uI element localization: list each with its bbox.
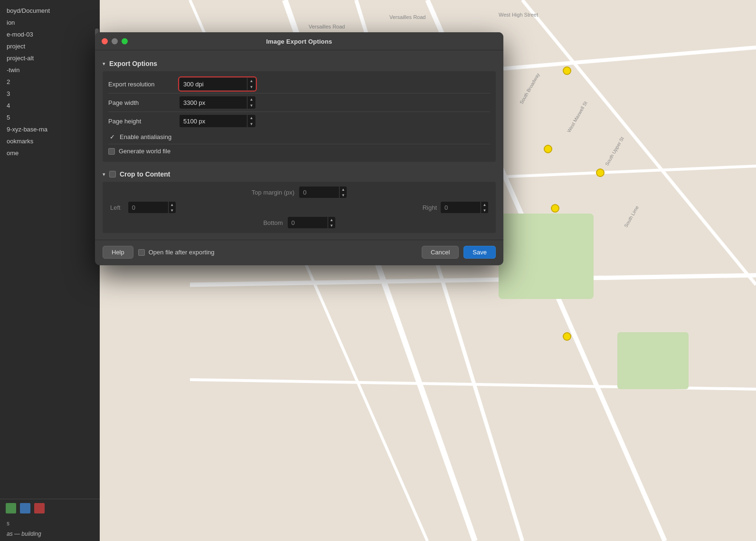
top-margin-spinbox[interactable]: 0 ▲ ▼ xyxy=(299,187,347,198)
svg-rect-10 xyxy=(499,214,594,299)
resolution-down-arrow[interactable]: ▼ xyxy=(247,84,255,90)
world-file-row: Generate world file xyxy=(108,144,490,158)
page-width-spinbox[interactable]: 3300 px ▲ ▼ xyxy=(180,96,255,109)
page-width-up-arrow[interactable]: ▲ xyxy=(247,96,255,103)
map-dot-4 xyxy=(551,204,559,213)
sidebar-item-0[interactable]: boyd/Document xyxy=(0,5,100,17)
sidebar-item-4[interactable]: project-alt xyxy=(0,52,100,64)
crop-section-header: ▾ Crop to Content xyxy=(103,168,496,182)
page-width-down-arrow[interactable]: ▼ xyxy=(247,103,255,109)
top-margin-down-arrow[interactable]: ▼ xyxy=(340,192,347,198)
page-height-label: Page height xyxy=(108,118,180,125)
dialog-body: ▾ Export Options Export resolution 300 d… xyxy=(95,50,503,233)
sidebar-item-12[interactable]: ome xyxy=(0,147,100,159)
map-dot-5 xyxy=(563,332,571,341)
page-width-arrows[interactable]: ▲ ▼ xyxy=(247,96,255,109)
map-dot-2 xyxy=(544,145,552,153)
resolution-arrows[interactable]: ▲ ▼ xyxy=(247,78,255,90)
page-height-spinbox[interactable]: 5100 px ▲ ▼ xyxy=(180,115,255,127)
taskbar-icon-1[interactable] xyxy=(6,503,16,513)
right-margin-down-arrow[interactable]: ▼ xyxy=(481,207,488,213)
antialiasing-checkmark: ✓ xyxy=(108,133,116,140)
sidebar-status: s xyxy=(0,517,100,530)
svg-text:Versailles Road: Versailles Road xyxy=(309,24,345,29)
image-export-dialog: Image Export Options ▾ Export Options Ex… xyxy=(95,32,503,265)
svg-text:West High Street: West High Street xyxy=(499,12,538,18)
top-margin-up-arrow[interactable]: ▲ xyxy=(340,187,347,192)
page-width-label: Page width xyxy=(108,99,180,106)
crop-checkbox[interactable] xyxy=(109,171,116,177)
page-width-value: 3300 px xyxy=(180,99,247,106)
bottom-margin-arrows[interactable]: ▲ ▼ xyxy=(328,217,335,228)
page-height-up-arrow[interactable]: ▲ xyxy=(247,115,255,121)
right-margin-label: Right xyxy=(419,204,437,211)
open-file-row: Open file after exporting xyxy=(138,249,215,256)
sidebar-item-3[interactable]: project xyxy=(0,40,100,52)
antialiasing-label: Enable antialiasing xyxy=(120,133,171,140)
left-margin-spinbox[interactable]: 0 ▲ ▼ xyxy=(128,202,176,213)
right-margin-value: 0 xyxy=(441,204,481,211)
svg-text:Versailles Road: Versailles Road xyxy=(389,14,425,20)
page-height-arrows[interactable]: ▲ ▼ xyxy=(247,115,255,127)
sidebar: boyd/Document ion e-mod-03 project proje… xyxy=(0,0,100,541)
open-file-checkbox[interactable] xyxy=(138,249,145,256)
sidebar-item-6[interactable]: 2 xyxy=(0,76,100,88)
bottom-margin-spinbox[interactable]: 0 ▲ ▼ xyxy=(288,217,335,228)
left-margin-down-arrow[interactable]: ▼ xyxy=(169,207,176,213)
resolution-spinbox[interactable]: 300 dpi ▲ ▼ xyxy=(180,78,255,90)
page-height-row: Page height 5100 px ▲ ▼ xyxy=(108,112,490,130)
page-height-value: 5100 px xyxy=(180,118,247,125)
right-margin-arrows[interactable]: ▲ ▼ xyxy=(481,202,488,213)
resolution-label: Export resolution xyxy=(108,81,180,88)
sidebar-item-7[interactable]: 3 xyxy=(0,88,100,100)
dialog-titlebar: Image Export Options xyxy=(95,32,503,50)
save-button[interactable]: Save xyxy=(463,246,496,259)
sidebar-item-11[interactable]: ookmarks xyxy=(0,135,100,147)
world-file-checkbox[interactable] xyxy=(108,148,115,155)
sidebar-item-1[interactable]: ion xyxy=(0,17,100,28)
sidebar-taskbar xyxy=(0,499,100,517)
close-button[interactable] xyxy=(102,38,108,44)
cancel-button[interactable]: Cancel xyxy=(422,246,459,259)
sidebar-bottom: s as — building xyxy=(0,499,100,541)
bottom-margin-down-arrow[interactable]: ▼ xyxy=(328,223,335,228)
crop-section-title: Crop to Content xyxy=(120,170,170,178)
sidebar-item-9[interactable]: 5 xyxy=(0,112,100,123)
export-options-form: Export resolution 300 dpi ▲ ▼ Page width… xyxy=(103,71,496,162)
svg-rect-11 xyxy=(617,332,689,389)
sidebar-item-8[interactable]: 4 xyxy=(0,100,100,112)
world-file-label: Generate world file xyxy=(119,148,170,155)
left-margin-arrows[interactable]: ▲ ▼ xyxy=(168,202,176,213)
crop-form: Top margin (px) 0 ▲ ▼ Left 0 ▲ xyxy=(103,182,496,233)
top-margin-arrows[interactable]: ▲ ▼ xyxy=(339,187,347,198)
taskbar-icon-3[interactable] xyxy=(34,503,45,513)
minimize-button[interactable] xyxy=(112,38,118,44)
antialiasing-row: ✓ Enable antialiasing xyxy=(108,130,490,144)
left-margin-label: Left xyxy=(110,204,124,211)
bottom-margin-value: 0 xyxy=(288,219,328,226)
page-height-down-arrow[interactable]: ▼ xyxy=(247,121,255,127)
right-margin-spinbox[interactable]: 0 ▲ ▼ xyxy=(441,202,488,213)
top-margin-label: Top margin (px) xyxy=(252,189,294,196)
map-dot-1 xyxy=(563,66,571,75)
maximize-button[interactable] xyxy=(122,38,128,44)
left-margin-up-arrow[interactable]: ▲ xyxy=(169,202,176,207)
window-buttons xyxy=(102,38,128,44)
page-width-row: Page width 3300 px ▲ ▼ xyxy=(108,93,490,112)
map-dot-3 xyxy=(596,168,605,177)
resolution-up-arrow[interactable]: ▲ xyxy=(247,78,255,84)
sidebar-item-2[interactable]: e-mod-03 xyxy=(0,28,100,40)
sidebar-item-10[interactable]: 9-xyz-base-ma xyxy=(0,123,100,135)
export-options-title: Export Options xyxy=(109,60,157,67)
dialog-footer: Help Open file after exporting Cancel Sa… xyxy=(95,240,503,265)
bottom-margin-up-arrow[interactable]: ▲ xyxy=(328,217,335,223)
crop-chevron-icon: ▾ xyxy=(103,171,105,177)
left-margin-value: 0 xyxy=(128,204,168,211)
resolution-value: 300 dpi xyxy=(180,81,247,88)
taskbar-icon-2[interactable] xyxy=(20,503,30,513)
sidebar-item-5[interactable]: -twin xyxy=(0,64,100,76)
right-margin-up-arrow[interactable]: ▲ xyxy=(481,202,488,207)
help-button[interactable]: Help xyxy=(103,246,133,259)
chevron-down-icon: ▾ xyxy=(103,61,105,67)
open-file-label: Open file after exporting xyxy=(149,249,215,256)
